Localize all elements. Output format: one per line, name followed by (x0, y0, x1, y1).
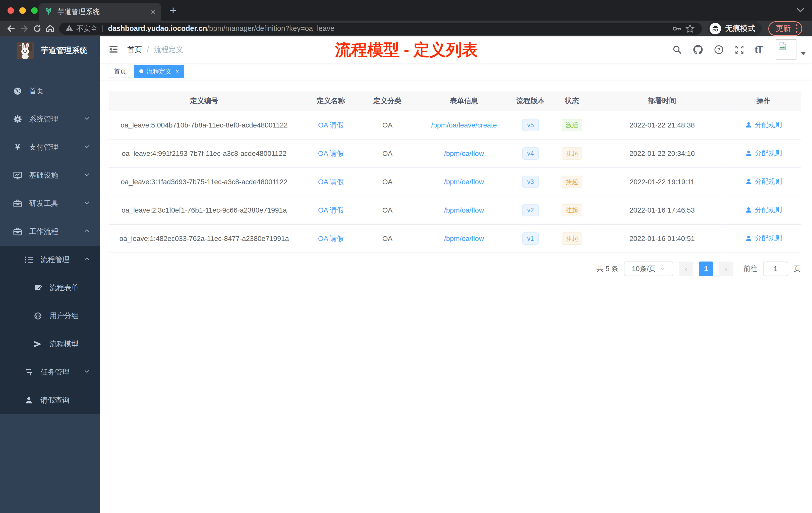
cell-category: OA (362, 196, 412, 224)
next-page-button[interactable]: › (719, 262, 733, 276)
tab-close-icon[interactable]: × (151, 7, 156, 16)
assign-rule-link[interactable]: 分配规则 (745, 120, 782, 129)
face-icon (33, 312, 43, 320)
sidebar-item-label: 工作流程 (29, 227, 58, 237)
status-badge: 挂起 (562, 233, 582, 245)
tag-label: 首页 (114, 67, 126, 76)
version-badge[interactable]: v1 (522, 233, 539, 245)
sidebar-item-task-management[interactable]: 任务管理 (0, 358, 100, 386)
definition-name-link[interactable]: OA 请假 (318, 235, 344, 242)
help-question-icon[interactable]: ? (714, 44, 724, 55)
prev-page-button[interactable]: ‹ (679, 262, 693, 276)
forward-icon[interactable] (18, 22, 31, 35)
form-info-link[interactable]: /bpm/oa/flow (444, 235, 484, 242)
sidebar-item-label: 支付管理 (29, 142, 58, 152)
version-badge[interactable]: v3 (522, 176, 539, 188)
yen-icon: ¥ (12, 143, 23, 152)
form-info-link[interactable]: /bpm/oa/flow (444, 150, 484, 157)
chevron-down-icon (84, 368, 90, 376)
window-minimize-button[interactable] (19, 7, 26, 14)
page-annotation-title: 流程模型 - 定义列表 (335, 39, 478, 60)
sidebar-item-leave-query[interactable]: 请假查询 (0, 386, 100, 414)
window-close-button[interactable] (7, 7, 14, 14)
security-label[interactable]: 不安全 (76, 24, 97, 33)
col-definition-name: 定义名称 (299, 91, 362, 111)
assign-rule-link[interactable]: 分配规则 (745, 234, 782, 243)
sidebar-item-system[interactable]: 系统管理 (0, 105, 100, 133)
version-badge[interactable]: v2 (522, 204, 539, 217)
url-host[interactable]: dashboard.yudao.iocoder.cn (108, 24, 207, 33)
status-badge: 挂起 (562, 204, 582, 217)
chevron-down-icon (84, 143, 90, 152)
sidebar-item-home[interactable]: 首页 (0, 77, 100, 105)
font-size-icon[interactable]: tT (755, 44, 762, 55)
form-info-link[interactable]: /bpm/oa/flow (444, 206, 484, 214)
table-header-row: 定义编号 定义名称 定义分类 表单信息 流程版本 状态 部署时间 操作 (109, 91, 801, 111)
github-icon[interactable] (693, 44, 703, 55)
back-icon[interactable] (4, 22, 18, 35)
incognito-label: 无痕模式 (725, 23, 755, 34)
sidebar-logo-row[interactable]: 芋道管理系统 (0, 36, 100, 64)
tag-process-definition[interactable]: 流程定义 × (134, 65, 184, 78)
window-zoom-button[interactable] (31, 7, 38, 14)
search-icon[interactable] (672, 44, 683, 55)
sidebar-item-workflow[interactable]: 工作流程 (0, 218, 100, 246)
form-info-link[interactable]: /bpm/oa/flow (444, 178, 484, 186)
url-path[interactable]: /bpm/manager/definition?key=oa_leave (207, 24, 335, 33)
version-badge[interactable]: v5 (522, 119, 539, 131)
bookmark-star-icon[interactable] (684, 22, 696, 35)
definition-name-link[interactable]: OA 请假 (318, 178, 344, 186)
version-badge[interactable]: v4 (522, 147, 539, 160)
tag-close-icon[interactable]: × (175, 68, 179, 74)
col-form-info: 表单信息 (412, 91, 516, 111)
toolbox-icon (12, 199, 23, 208)
sidebar-item-dev-tools[interactable]: 研发工具 (0, 189, 100, 218)
sidebar-item-infrastructure[interactable]: 基础设施 (0, 161, 100, 189)
update-button[interactable]: 更新 (768, 21, 802, 36)
tab-strip-chevron-icon[interactable] (795, 7, 806, 14)
table-row: oa_leave:4:991f2193-7b7f-11ec-a3c8-acde4… (109, 139, 801, 168)
sidebar-item-process-model[interactable]: 流程模型 (0, 330, 100, 358)
assign-rule-link[interactable]: 分配规则 (745, 149, 782, 158)
definition-name-link[interactable]: OA 请假 (318, 121, 344, 129)
user-avatar-menu[interactable] (776, 39, 806, 60)
app-title: 芋道管理系统 (41, 45, 87, 56)
address-bar[interactable]: 不安全 dashboard.yudao.iocoder.cn/bpm/manag… (59, 23, 702, 35)
page-size-select[interactable]: 10条/页 (624, 262, 673, 276)
page-number-button[interactable]: 1 (699, 262, 713, 276)
cell-definition-id: oa_leave:1:482ec033-762a-11ec-8477-a2380… (109, 224, 299, 253)
browser-menu-kebab-icon[interactable] (796, 24, 798, 33)
table-row: oa_leave:5:004b710b-7b8a-11ec-8ef0-acde4… (109, 111, 801, 139)
form-info-link[interactable]: /bpm/oa/leave/create (431, 121, 497, 129)
home-icon[interactable] (44, 22, 57, 35)
assign-rule-link[interactable]: 分配规则 (745, 177, 782, 186)
sidebar-item-payment[interactable]: ¥ 支付管理 (0, 133, 100, 161)
cell-category: OA (362, 168, 412, 196)
avatar-caret-icon (801, 52, 806, 55)
assign-rule-link[interactable]: 分配规则 (745, 205, 782, 214)
sidebar-collapse-icon[interactable] (108, 44, 119, 56)
goto-page-input[interactable] (763, 262, 788, 276)
cell-definition-id: oa_leave:5:004b710b-7b8a-11ec-8ef0-acde4… (109, 111, 299, 139)
tag-home[interactable]: 首页 (109, 65, 131, 78)
breadcrumb-home[interactable]: 首页 (127, 45, 142, 55)
new-tab-button[interactable]: + (170, 4, 176, 16)
workflow-submenu: 流程管理 流程表单 用户分组 (0, 246, 100, 414)
definition-name-link[interactable]: OA 请假 (318, 206, 344, 214)
sidebar-item-process-form[interactable]: 流程表单 (0, 274, 100, 302)
chevron-down-icon (84, 115, 90, 123)
table-row: oa_leave:2:3c1f0ef1-76b1-11ec-9c66-a2380… (109, 196, 801, 224)
logo-rabbit-image (17, 42, 34, 59)
security-warning-icon[interactable] (65, 24, 74, 34)
browser-tab[interactable]: 芋道管理系统 × (39, 3, 161, 21)
sidebar-item-process-management[interactable]: 流程管理 (0, 246, 100, 274)
sidebar-item-user-group[interactable]: 用户分组 (0, 302, 100, 330)
fullscreen-icon[interactable] (734, 44, 745, 55)
breadcrumb-separator: / (147, 46, 149, 54)
pagination-total: 共 5 条 (597, 264, 618, 274)
url-divider (103, 25, 103, 32)
definition-name-link[interactable]: OA 请假 (318, 150, 344, 157)
update-label[interactable]: 更新 (776, 23, 791, 34)
password-key-icon[interactable] (670, 22, 684, 35)
reload-icon[interactable] (31, 22, 44, 35)
